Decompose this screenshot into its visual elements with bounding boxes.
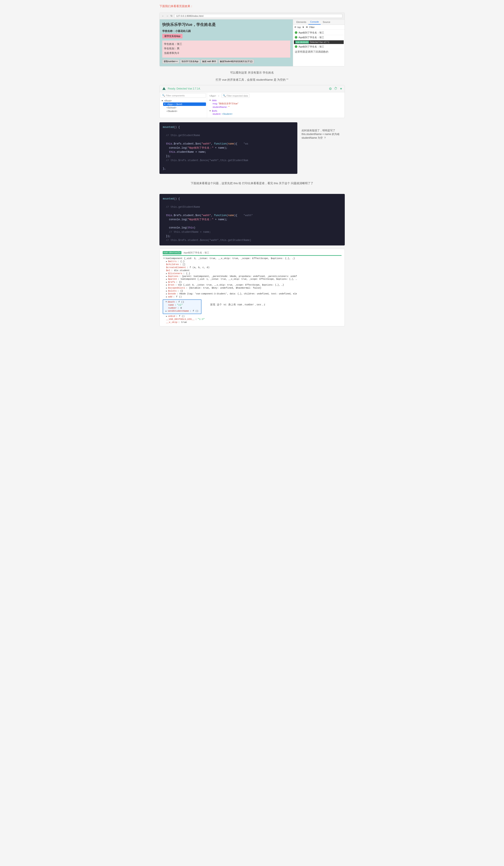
vue-devtools-full: Ready. Detected Vue 2.7.14. ⚙ ⏱ ✦ 🔍 Filt… (159, 85, 345, 118)
console-header-devtools: vue-devtools (163, 251, 181, 254)
school-tag: <School> (167, 106, 176, 109)
vue-tree-app[interactable]: ▼ <App> = $vm0 (163, 102, 206, 106)
console-icon-2 (295, 36, 297, 38)
vue-header-icons: ⚙ ⏱ ✦ (329, 87, 342, 91)
root-tag: <Root> (164, 99, 172, 102)
toolbar-icon1: ⊘ (294, 26, 296, 29)
top-annotation: 下面我们来看看页面效果： (159, 4, 345, 8)
vue-tree-root[interactable]: ▼ <Root> (161, 99, 206, 102)
browser-content: 快快乐乐学习Vue，学生姓名是 学校名称：小葵花幼儿园 获学生实名App 学生姓… (160, 19, 345, 66)
data-label-row: ▼ data (209, 99, 342, 102)
search-icon: 🔍 (162, 94, 165, 97)
vue-data-filter[interactable]: 🔍 Filter inspected data (221, 93, 250, 98)
data-search-icon: 🔍 (223, 94, 226, 97)
refs-student-key: student: (213, 113, 222, 115)
vue-ready-text: Ready. Detected Vue 2.7.14. (168, 87, 201, 90)
vue-icon-person[interactable]: ⚙ (329, 87, 332, 91)
app-breadcrumb: <App> (209, 95, 216, 97)
refs-student-value: <Student> (222, 113, 233, 115)
refs-arrow: ▼ (209, 110, 211, 112)
console-text-2: App收到了学生名：张三 (299, 36, 324, 39)
data-section: ▼ data msg: "快快乐乐学习Vue" studentName: "" (209, 99, 342, 108)
top-label: top (298, 26, 301, 29)
console-note: 这里明显是调用了回调函数的 (294, 49, 344, 55)
student-tag: <Student> (167, 110, 177, 112)
btn-app[interactable]: 快乐学习实名App (180, 59, 200, 64)
data-arrow: ▼ (209, 99, 211, 101)
prop-vue-uid: __VUE_DEVTOOLS_UID__: "1:3" (163, 318, 342, 321)
vue-filter-bar[interactable]: 🔍 Filter components (161, 93, 206, 98)
refs-label-row: ▼ $refs (209, 110, 342, 112)
vue-icon-history[interactable]: ⏱ (334, 87, 337, 91)
btn-student-method[interactable]: 触发Student组件的实例方法(子父) (218, 59, 254, 64)
student-gender-row: 学生性别：男 (164, 47, 288, 51)
school-label: 学校名称：小葵花幼儿园 (162, 29, 290, 33)
console-header-log: App收到了学生名：张三 (184, 251, 209, 254)
filter-placeholder: Filter components (166, 94, 185, 97)
vue-devtools-header: Ready. Detected Vue 2.7.14. ⚙ ⏱ ✦ (160, 85, 345, 92)
vue-app-label-row: <App> › 🔍 Filter inspected data (209, 93, 342, 98)
prop-createelement: $createElement: f (a, b, c, d) (163, 266, 342, 269)
toolbar-icon3: 👁 (306, 26, 308, 29)
browser-url-bar[interactable]: 127.0.0.1:8080/index.html (174, 14, 342, 18)
data-label: data (212, 99, 216, 102)
tab-elements[interactable]: Elements (295, 20, 308, 24)
prop-options: ▶$options: {parent: VueComponent, _paren… (163, 275, 342, 278)
console-icon-3 (295, 45, 297, 48)
vue-component-line: ▼ VueComponent {_uid: 3, _isVue: true, _… (163, 257, 342, 260)
msg-key: msg: (213, 102, 218, 105)
prop-parent: ▶$parent: VueComponent {_uid: 1, _isVue:… (163, 278, 342, 280)
refresh-button[interactable]: ↻ (170, 14, 173, 18)
prop-vnode: ▶$vnode: VNode {tag: 'vue-component-3-St… (163, 293, 342, 295)
vue-tree-student[interactable]: <Student> (166, 109, 206, 113)
forward-button[interactable]: → (166, 14, 169, 18)
studentname-value: "" (228, 106, 230, 108)
refs-student-row: student: <Student> (209, 113, 342, 115)
vue-detected-bar: vue-devtools Detected Vue v2.7.1 (294, 40, 344, 44)
current-sum-row: 当前求和为 0 (164, 51, 288, 55)
app-arrow: ▼ (164, 103, 166, 105)
note-side-1: 此时就有疑惑了，明明是写了 this.studentName = name 的为… (302, 122, 345, 140)
large-annotation: 下面就来看看这个问题，这里先把 this 给 打印出来看看是谁，看完 this … (159, 181, 345, 185)
console-text-3: App收到了学生名：张三 (299, 45, 324, 48)
tab-console[interactable]: Console (308, 19, 320, 25)
root-arrow: ▼ (161, 100, 163, 102)
highlight-box: ▼death: f () name: "zl" number: 0 ▶sendS… (163, 299, 202, 314)
msg-value: "快快乐乐学习Vue" (218, 102, 238, 105)
tab-source[interactable]: Source (321, 20, 332, 24)
vue-component-text: VueComponent {_uid: 3, _isVue: true, __v… (165, 257, 295, 260)
vue-detected-text: Detected Vue v2.7.1 (310, 41, 329, 43)
vue-data-pane: <App> › 🔍 Filter inspected data ▼ data m… (207, 92, 345, 118)
filter-label: Filter (309, 26, 314, 29)
data-filter-placeholder: Filter inspected data (227, 95, 248, 97)
back-button[interactable]: ← (162, 14, 164, 18)
send-student-name-line: ▶sendStudentName: f () (165, 310, 199, 312)
split-section-1: mounted() { // this.getStudentName this.… (159, 122, 345, 177)
prop-scopedslots: ▶$scopedSlots: {$stable: true, $key: und… (163, 287, 342, 289)
console-icon-1 (295, 31, 297, 34)
vue-devtools-body: 🔍 Filter components ▼ <Root> ▼ <App> = $… (160, 92, 345, 118)
student-name-row: 学生姓名：张三 (164, 42, 288, 46)
devtools-tabs: Elements Console Source (293, 19, 345, 25)
devtools-panel: Elements Console Source ⊘ top ▼ 👁 Filter… (293, 19, 345, 66)
vue-icon-settings[interactable]: ✦ (340, 87, 342, 91)
vue-logo-icon (162, 87, 166, 91)
pink-btn[interactable]: 获学生实名App (162, 34, 183, 38)
vue-tree-school[interactable]: <School> (166, 106, 206, 109)
devtools-toolbar: ⊘ top ▼ 👁 Filter (293, 25, 345, 30)
vue-devtools-badge: vue-devtools (295, 41, 309, 44)
more-props: ▶unbid: f () __VUE_DEVTOOLS_UID__: "1:3"… (163, 315, 342, 323)
browser-toolbar: ← → ↻ 127.0.0.1:8080/index.html (160, 13, 345, 19)
console-line-3: App收到了学生名：张三 (294, 44, 344, 49)
vue-app-title: 快快乐乐学习Vue，学生姓名是 (162, 22, 290, 27)
btn-wah[interactable]: 触发 wah 事件 (201, 59, 218, 64)
prop-children: $children: [] (163, 263, 342, 266)
highlight-section: ▼death: f () name: "zl" number: 0 ▶sendS… (163, 299, 342, 315)
prop-refs: ▶$refs: {} (163, 281, 342, 284)
death-line: ▼death: f () (165, 301, 199, 303)
app-tag: <App> = $vm0 (167, 103, 182, 106)
vue-app-panel: 快快乐乐学习Vue，学生姓名是 学校名称：小葵花幼儿园 获学生实名App 学生姓… (160, 19, 293, 66)
mid-annotation-2: 打开 vue 的开发者工具，会发现 studentName 是 为空的 "" (159, 78, 345, 82)
btn-number[interactable]: 获取number++ (162, 59, 180, 64)
devtools-content: App收到了学生名：张三 App收到了学生名：张三 vue-devtools D… (293, 30, 345, 55)
